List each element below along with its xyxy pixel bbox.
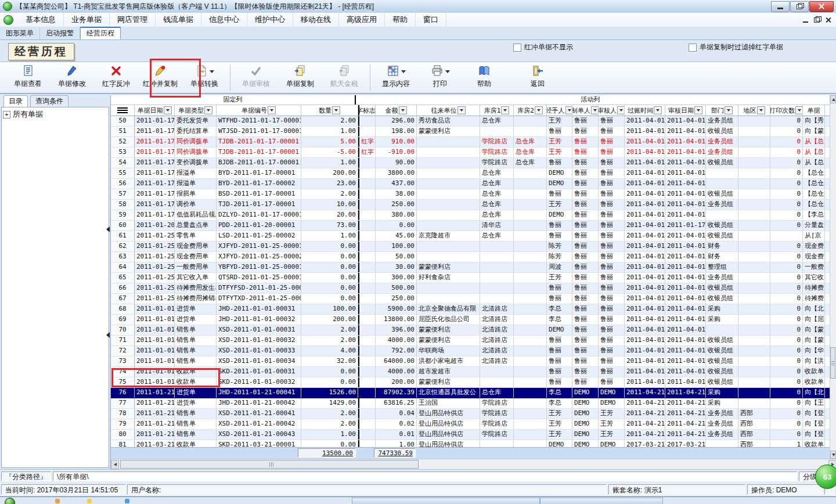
filter-red-on-copy-option[interactable]: 单据复制时过滤掉红字单据	[689, 42, 783, 52]
filter-dropdown-icon[interactable]	[591, 106, 599, 114]
mdi-tab-1[interactable]: 图形菜单	[0, 27, 40, 39]
table-row-60[interactable]: 602011-01-20总量盘点单PDD-2011-01-20-0000173.…	[111, 221, 836, 231]
dropdown-arrow-icon[interactable]	[445, 70, 450, 73]
column-header-7[interactable]: 往来单位	[417, 105, 480, 116]
column-header-17[interactable]: 打印次数	[770, 105, 803, 116]
sidebar-tab-1[interactable]: 目录	[3, 95, 28, 107]
filter-dropdown-icon[interactable]	[725, 106, 733, 114]
menu-item-2[interactable]: 业务单据	[64, 13, 110, 27]
table-row-76[interactable]: 762011-01-21进货单JHD-2011-01-21-000411526.…	[111, 388, 836, 398]
table-row-62[interactable]: 622011-01-25现金费用单XJFYD-2011-01-25-000010…	[111, 242, 836, 252]
table-row-51[interactable]: 512011-01-17委托结算单WTJSD-2011-01-17-000011…	[111, 127, 836, 137]
checkbox-icon[interactable]	[689, 44, 697, 52]
menu-item-10[interactable]: 窗口	[416, 13, 446, 27]
taskbar-window-button[interactable]	[352, 498, 540, 504]
table-row-63[interactable]: 632011-01-25现金费用单XJFYD-2011-01-25-000020…	[111, 252, 836, 262]
hide-reversed-option[interactable]: 红冲单据不显示	[513, 42, 573, 52]
toolbar-button-doc-convert[interactable]: 单据转换	[182, 62, 226, 93]
taskbar-window-button[interactable]	[540, 498, 663, 504]
filter-dropdown-icon[interactable]	[694, 106, 702, 114]
table-row-74[interactable]: 742011-01-01收款单SKD-2011-01-01-000310.004…	[111, 367, 836, 377]
taskbar-icon[interactable]	[55, 499, 60, 503]
table-row-77[interactable]: 772011-01-21进货单JHD-2011-01-21-000421429.…	[111, 398, 836, 409]
horizontal-scrollbar[interactable]	[111, 459, 836, 469]
toolbar-button-doc-copy[interactable]: 单据复制	[278, 62, 322, 93]
table-row-72[interactable]: 722011-01-01销售单XSD-2011-01-01-000334.007…	[111, 346, 836, 357]
toolbar-button-grid-view[interactable]: 显示内容	[374, 62, 418, 93]
column-header-9[interactable]: 库房2	[514, 105, 547, 116]
menu-item-4[interactable]: 钱流单据	[156, 13, 201, 27]
menu-item-3[interactable]: 网店管理	[110, 13, 156, 27]
table-row-50[interactable]: 502011-01-17委托发货单WTFHD-2011-01-17-000012…	[111, 116, 836, 127]
sidebar-tab-2[interactable]: 查询条件	[30, 95, 69, 107]
column-header-13[interactable]: 过账时间	[625, 105, 665, 116]
column-header-8[interactable]: 库房1	[480, 105, 514, 116]
assistant-badge[interactable]: 63	[815, 465, 836, 489]
dropdown-arrow-icon[interactable]	[210, 70, 214, 73]
table-row-53[interactable]: 532011-01-17同价调拨单TJDB-2011-01-17-00001-5…	[111, 147, 836, 158]
menu-item-5[interactable]: 信息中心	[201, 13, 247, 27]
vertical-scrollbar[interactable]	[830, 95, 836, 459]
table-row-65[interactable]: 652011-01-25其它收入单QTSRD-2011-01-25-000010…	[111, 273, 836, 283]
menu-item-1[interactable]: 基本信息	[18, 13, 64, 27]
column-header-3[interactable]: 单据编号	[217, 105, 301, 116]
menu-item-9[interactable]: 帮助	[385, 13, 416, 27]
dropdown-arrow-icon[interactable]	[401, 70, 406, 73]
table-row-52[interactable]: 522011-01-17同价调拨单TJDB-2011-01-17-000015.…	[111, 137, 836, 147]
checkbox-icon[interactable]	[513, 44, 521, 52]
toolbar-button-printer[interactable]: 打印	[418, 62, 462, 93]
minimize-button[interactable]	[771, 1, 790, 12]
column-header-5[interactable]: 红字标志	[358, 105, 376, 116]
row-selector-icon[interactable]	[117, 107, 128, 114]
table-row-58[interactable]: 582011-01-17调价单TJD-2011-01-17-0000110.00…	[111, 200, 836, 210]
table-row-79[interactable]: 792011-01-21销售单XSD-2011-01-21-000422.000…	[111, 419, 836, 430]
mdi-close-icon[interactable]	[826, 17, 831, 23]
toolbar-button-red-x[interactable]: 红字反冲	[94, 62, 138, 93]
table-row-59[interactable]: 592011-01-17低值易耗品领用单DZLYD-2011-01-17-000…	[111, 210, 836, 221]
close-button[interactable]	[809, 1, 834, 12]
column-header-10[interactable]: 经手人	[547, 105, 572, 116]
column-header-12[interactable]: 审核人	[599, 105, 625, 116]
table-row-69[interactable]: 692011-01-01进货单JHD-2011-01-01-00032200.0…	[111, 315, 836, 325]
menu-item-7[interactable]: 移动在线	[293, 13, 339, 27]
mdi-minimize-icon[interactable]	[803, 21, 808, 23]
menu-item-8[interactable]: 高级应用	[339, 13, 385, 27]
mdi-tab-2[interactable]: 启动报警	[40, 27, 80, 39]
toolbar-button-door-return[interactable]: 返回	[516, 62, 560, 93]
column-header-18[interactable]: 单据	[803, 105, 825, 116]
table-row-61[interactable]: 612011-01-25零售单LSD-2011-01-25-000021.004…	[111, 231, 836, 242]
expand-icon[interactable]: +	[3, 111, 10, 118]
scroll-down-icon[interactable]	[830, 451, 836, 459]
table-row-71[interactable]: 712011-01-01销售单XSD-2011-01-01-000322.004…	[111, 336, 836, 346]
filter-dropdown-icon[interactable]	[268, 106, 276, 114]
tree-item-all-documents[interactable]: + 所有单据	[2, 107, 109, 121]
taskbar-icon[interactable]	[125, 499, 129, 503]
table-row-56[interactable]: 562011-01-17报溢单BYD-2011-01-17-0000223.00…	[111, 179, 836, 189]
column-header-11[interactable]: 制单人	[572, 105, 599, 116]
filter-dropdown-icon[interactable]	[565, 106, 573, 114]
table-row-75[interactable]: 752011-01-01收款单SKD-2011-01-01-000320.002…	[111, 377, 836, 388]
filter-dropdown-icon[interactable]	[501, 106, 509, 114]
start-button-icon[interactable]	[5, 498, 15, 504]
column-header-14[interactable]: 审核日期	[665, 105, 706, 116]
filter-dropdown-icon[interactable]	[164, 106, 172, 114]
filter-dropdown-icon[interactable]	[457, 106, 466, 114]
toolbar-button-book-help[interactable]: 帮助	[462, 62, 506, 93]
table-row-57[interactable]: 572011-01-17报损单BSD-2011-01-17-000012.003…	[111, 189, 836, 200]
menu-item-6[interactable]: 维护中心	[247, 13, 293, 27]
filter-dropdown-icon[interactable]	[399, 106, 407, 114]
mdi-tab-3[interactable]: 经营历程	[80, 27, 121, 39]
column-header-6[interactable]: 金额	[376, 105, 417, 116]
table-row-67[interactable]: 672011-01-25待摊费用摊销单DTFYTXD-2011-01-25-00…	[111, 294, 836, 304]
column-header-rowno[interactable]	[111, 105, 135, 116]
mdi-restore-icon[interactable]	[814, 17, 820, 23]
table-row-80[interactable]: 802011-01-21销售单XSD-2011-01-21-000431.000…	[111, 430, 836, 440]
splitter-collapse-icon[interactable]	[106, 226, 110, 232]
vertical-scroll-thumb[interactable]	[830, 347, 835, 379]
filter-dropdown-icon[interactable]	[617, 106, 625, 114]
column-header-15[interactable]: 部门	[706, 105, 738, 116]
toolbar-button-doc-view[interactable]: 单据查看	[6, 62, 50, 93]
column-header-1[interactable]: 单据日期	[135, 105, 175, 116]
table-row-70[interactable]: 702011-01-01销售单XSD-2011-01-01-000312.003…	[111, 325, 836, 336]
filter-dropdown-icon[interactable]	[535, 106, 543, 114]
